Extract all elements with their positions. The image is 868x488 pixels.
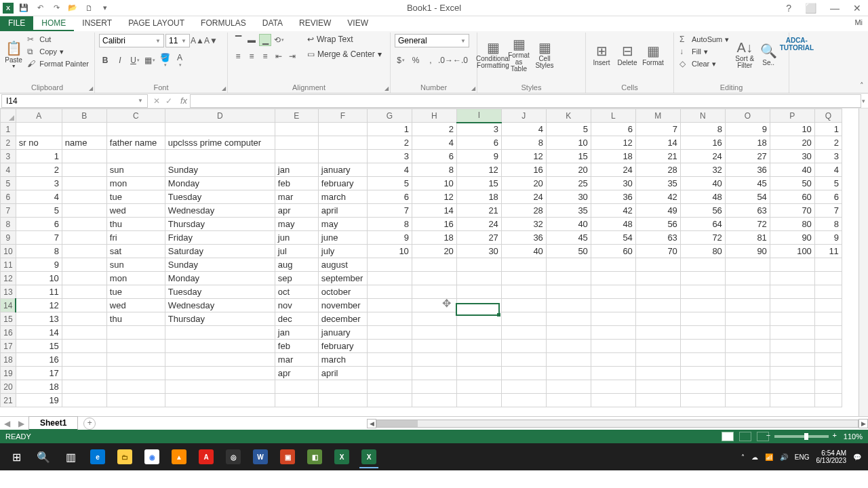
col-header-J[interactable]: J <box>501 109 546 123</box>
cell[interactable]: 10 <box>770 123 814 136</box>
cell[interactable] <box>106 367 165 380</box>
vertical-scrollbar[interactable] <box>859 108 868 416</box>
cell[interactable] <box>680 272 725 285</box>
cell[interactable]: 24 <box>456 218 501 231</box>
cell[interactable]: 3 <box>16 177 62 190</box>
cell[interactable] <box>367 272 412 285</box>
cell[interactable]: 10 <box>546 136 591 150</box>
collapse-ribbon-icon[interactable]: ˄ <box>860 81 864 90</box>
cell[interactable]: feb <box>275 177 318 190</box>
cell[interactable]: 27 <box>456 231 501 245</box>
col-header-C[interactable]: C <box>106 109 165 123</box>
cell[interactable] <box>318 136 367 150</box>
cell[interactable] <box>680 258 725 272</box>
cell[interactable] <box>412 340 456 353</box>
minimize-icon[interactable]: — <box>826 3 844 14</box>
edge-button[interactable]: e <box>84 445 111 468</box>
cell[interactable]: 8 <box>367 218 412 231</box>
cell[interactable]: nov <box>275 299 318 312</box>
cell[interactable]: Tuesday <box>165 285 275 299</box>
cell[interactable] <box>591 312 635 326</box>
cell[interactable] <box>501 258 546 272</box>
search-button[interactable]: 🔍 <box>30 445 57 468</box>
cell[interactable]: 4 <box>367 163 412 177</box>
cell[interactable] <box>456 394 501 407</box>
cell[interactable]: Wednesday <box>165 204 275 218</box>
cell[interactable]: 45 <box>725 177 770 190</box>
cell[interactable]: 24 <box>680 150 725 163</box>
cell[interactable]: 40 <box>680 177 725 190</box>
delete-cells-button[interactable]: ⊟Delete <box>616 34 639 75</box>
cell[interactable] <box>275 394 318 407</box>
cell[interactable]: 100 <box>770 245 814 258</box>
cell[interactable] <box>591 340 635 353</box>
font-color-button[interactable]: A <box>174 54 186 66</box>
cell[interactable]: 20 <box>501 177 546 190</box>
cell[interactable] <box>770 367 814 380</box>
cell[interactable]: 8 <box>16 245 62 258</box>
cell-styles-button[interactable]: ▦Cell Styles <box>533 34 556 75</box>
account-name[interactable]: Mi <box>849 16 868 31</box>
cell[interactable] <box>412 380 456 394</box>
cell[interactable]: 40 <box>501 245 546 258</box>
decrease-indent-button[interactable]: ⇤ <box>273 50 285 62</box>
qat-new-icon[interactable]: 🗋 <box>83 2 95 14</box>
cell[interactable] <box>62 353 106 367</box>
cell[interactable]: Sunday <box>165 258 275 272</box>
cell[interactable]: 30 <box>546 190 591 204</box>
cell[interactable] <box>106 380 165 394</box>
cell[interactable]: 60 <box>591 245 635 258</box>
cell[interactable]: 10 <box>367 245 412 258</box>
cell[interactable] <box>725 258 770 272</box>
cell[interactable] <box>106 340 165 353</box>
row-header-13[interactable]: 13 <box>1 285 16 299</box>
cell[interactable] <box>318 380 367 394</box>
cell[interactable]: february <box>318 177 367 190</box>
cell[interactable] <box>62 218 106 231</box>
cell[interactable]: 7 <box>635 123 680 136</box>
cell[interactable] <box>635 326 680 340</box>
task-view-button[interactable]: ▥ <box>57 445 84 468</box>
cell[interactable] <box>725 285 770 299</box>
cell[interactable] <box>62 258 106 272</box>
cell[interactable] <box>635 394 680 407</box>
cell[interactable] <box>546 299 591 312</box>
cell[interactable]: 80 <box>770 218 814 231</box>
tray-clock[interactable]: 6:54 AM6/13/2023 <box>816 449 847 464</box>
cell[interactable]: 6 <box>367 190 412 204</box>
col-header-E[interactable]: E <box>275 109 318 123</box>
cell[interactable]: apr <box>275 204 318 218</box>
cell[interactable] <box>501 272 546 285</box>
cell[interactable]: thu <box>106 312 165 326</box>
cell[interactable]: aug <box>275 258 318 272</box>
cell[interactable]: 35 <box>546 204 591 218</box>
cell[interactable]: 5 <box>367 177 412 190</box>
cell[interactable] <box>770 258 814 272</box>
cell[interactable]: sun <box>106 258 165 272</box>
col-header-G[interactable]: G <box>367 109 412 123</box>
cell[interactable] <box>770 285 814 299</box>
cell[interactable] <box>412 272 456 285</box>
cell[interactable] <box>62 163 106 177</box>
cell[interactable] <box>62 204 106 218</box>
cell[interactable]: oct <box>275 285 318 299</box>
grid[interactable]: ABCDEFGHIJKLMNOPQ11234567891012sr noname… <box>0 108 842 407</box>
cell[interactable]: father name <box>106 136 165 150</box>
cell[interactable] <box>412 326 456 340</box>
pdf-button[interactable]: A <box>193 445 220 468</box>
cell[interactable] <box>814 380 842 394</box>
wrap-text-button[interactable]: ↩Wrap Text <box>305 34 384 45</box>
cell[interactable]: Saturday <box>165 245 275 258</box>
cell[interactable]: 45 <box>546 231 591 245</box>
cell[interactable] <box>814 326 842 340</box>
cell[interactable] <box>635 299 680 312</box>
qat-redo-icon[interactable]: ↷ <box>50 2 62 14</box>
cell[interactable] <box>814 299 842 312</box>
tray-chevron-icon[interactable]: ˄ <box>741 453 745 461</box>
cell[interactable]: Friday <box>165 231 275 245</box>
cell[interactable] <box>635 367 680 380</box>
cell[interactable]: 20 <box>770 136 814 150</box>
qat-undo-icon[interactable]: ↶ <box>34 2 46 14</box>
cell[interactable] <box>591 380 635 394</box>
tab-data[interactable]: DATA <box>254 16 291 31</box>
